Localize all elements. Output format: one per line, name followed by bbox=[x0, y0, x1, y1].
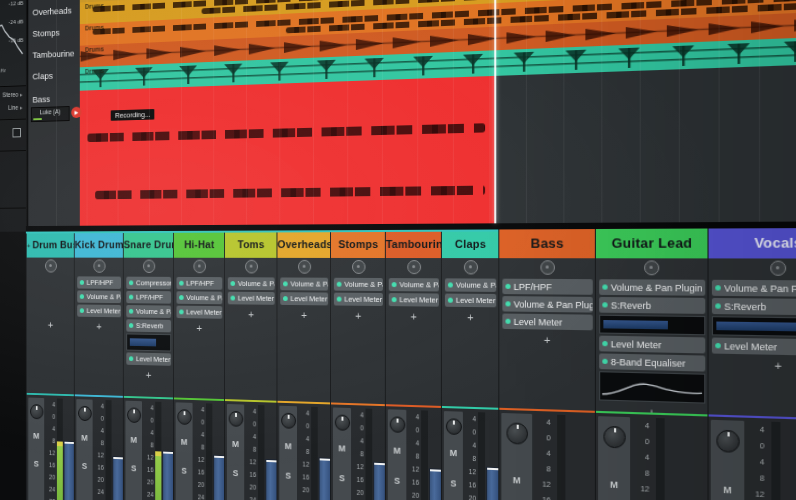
insert-active-led[interactable] bbox=[283, 296, 288, 301]
insert-slot[interactable]: Level Meter bbox=[502, 314, 592, 331]
insert-slot[interactable]: Volume & Pan Plugin bbox=[389, 278, 439, 291]
channel-header[interactable]: +Drum Bus bbox=[27, 231, 75, 257]
pan-knob[interactable] bbox=[390, 416, 406, 433]
insert-active-led[interactable] bbox=[602, 284, 607, 289]
insert-slot[interactable]: Volume & Pan Plugin bbox=[280, 277, 328, 290]
insert-slot[interactable]: S:Reverb bbox=[712, 298, 796, 316]
monitor-checkbox[interactable] bbox=[13, 128, 21, 137]
insert-slot[interactable]: Level Meter bbox=[712, 338, 796, 357]
insert-active-led[interactable] bbox=[448, 282, 453, 287]
pan-knob[interactable] bbox=[78, 406, 92, 422]
add-insert-button[interactable]: + bbox=[75, 320, 124, 332]
solo-button[interactable]: S bbox=[388, 475, 407, 486]
mute-button[interactable]: M bbox=[501, 474, 532, 486]
insert-active-led[interactable] bbox=[715, 303, 721, 308]
insert-slot[interactable]: Volume & Pan Plugin bbox=[77, 290, 121, 303]
insert-active-led[interactable] bbox=[505, 319, 510, 324]
insert-slot[interactable]: LPF/HPF bbox=[176, 277, 222, 290]
pan-knob[interactable] bbox=[716, 430, 739, 453]
mute-button[interactable]: M bbox=[333, 443, 351, 454]
solo-button[interactable]: S bbox=[125, 463, 142, 473]
insert-active-led[interactable] bbox=[129, 295, 133, 300]
insert-slot[interactable]: Level Meter bbox=[599, 336, 705, 354]
insert-active-led[interactable] bbox=[448, 298, 453, 303]
mute-button[interactable]: M bbox=[28, 431, 44, 441]
channel-header[interactable]: Claps bbox=[442, 229, 499, 258]
pan-knob[interactable] bbox=[127, 407, 141, 423]
insert-active-led[interactable] bbox=[337, 282, 342, 287]
channel-mode-icon[interactable] bbox=[644, 260, 659, 275]
insert-slot[interactable]: Volume & Pan Plugin bbox=[712, 280, 796, 297]
insert-active-led[interactable] bbox=[602, 359, 607, 364]
pan-knob[interactable] bbox=[446, 418, 462, 435]
insert-slot[interactable]: LPF/HPF bbox=[502, 279, 592, 295]
channel-mode-icon[interactable] bbox=[193, 260, 206, 274]
channel-mode-icon[interactable] bbox=[463, 260, 477, 274]
pan-knob[interactable] bbox=[177, 409, 191, 425]
insert-slot[interactable]: 8-Band Equaliser bbox=[599, 353, 705, 371]
instrument-slot[interactable]: Luke (A) bbox=[31, 106, 70, 122]
insert-slot[interactable]: Volume & Pan Plugin bbox=[176, 291, 222, 304]
channel-header[interactable]: Tambourine bbox=[386, 230, 442, 258]
solo-button[interactable]: S bbox=[176, 466, 193, 476]
mute-button[interactable]: M bbox=[444, 448, 463, 459]
insert-active-led[interactable] bbox=[505, 284, 510, 289]
solo-button[interactable]: S bbox=[227, 468, 244, 479]
insert-slot[interactable]: LPF/HPF bbox=[126, 291, 171, 304]
track-header-tambourine[interactable]: Tambourine bbox=[26, 46, 80, 70]
insert-active-led[interactable] bbox=[179, 295, 183, 300]
solo-button[interactable]: S bbox=[28, 459, 44, 469]
channel-mode-icon[interactable] bbox=[352, 260, 365, 274]
add-insert-button[interactable]: + bbox=[386, 310, 442, 323]
add-insert-button[interactable]: + bbox=[331, 309, 386, 322]
insert-active-led[interactable] bbox=[129, 309, 133, 314]
expand-icon[interactable]: + bbox=[27, 242, 31, 250]
insert-active-led[interactable] bbox=[80, 280, 84, 285]
add-insert-button[interactable]: + bbox=[27, 319, 75, 331]
insert-slot[interactable]: Volume & Pan Plugin bbox=[502, 296, 592, 312]
insert-active-led[interactable] bbox=[80, 294, 84, 299]
solo-button[interactable]: S bbox=[333, 473, 351, 484]
insert-slot[interactable]: LPF/HPF bbox=[77, 276, 121, 289]
mute-button[interactable]: M bbox=[125, 435, 142, 445]
insert-slot[interactable]: Volume & Pan Plugin bbox=[334, 278, 383, 291]
mute-button[interactable]: M bbox=[176, 437, 193, 447]
insert-active-led[interactable] bbox=[129, 323, 133, 328]
channel-mode-icon[interactable] bbox=[245, 260, 258, 274]
track-header-bass[interactable]: Bass Luke (A) ▶ bbox=[26, 91, 80, 226]
mute-button[interactable]: M bbox=[711, 484, 744, 496]
channel-header[interactable]: Snare Drum bbox=[124, 231, 174, 258]
insert-slot[interactable]: Volume & Pan Plugin bbox=[126, 305, 171, 318]
pan-knob[interactable] bbox=[335, 414, 350, 430]
insert-slot[interactable]: Volume & Pan Plugin bbox=[599, 279, 705, 296]
pan-knob[interactable] bbox=[229, 411, 244, 427]
pan-knob[interactable] bbox=[30, 404, 43, 419]
insert-slot[interactable]: S:Reverb bbox=[126, 319, 171, 332]
insert-active-led[interactable] bbox=[715, 343, 721, 348]
insert-slot[interactable]: Level Meter bbox=[77, 304, 121, 317]
mute-button[interactable]: M bbox=[388, 445, 407, 456]
channel-mode-icon[interactable] bbox=[45, 259, 57, 272]
channel-mode-icon[interactable] bbox=[540, 260, 555, 275]
channel-header[interactable]: Guitar Lead bbox=[596, 228, 709, 258]
mute-button[interactable]: M bbox=[76, 433, 92, 443]
insert-slot[interactable]: Level Meter bbox=[176, 306, 222, 319]
insert-active-led[interactable] bbox=[602, 302, 607, 307]
channel-mode-icon[interactable] bbox=[298, 260, 311, 274]
pan-knob[interactable] bbox=[281, 413, 296, 429]
insert-active-led[interactable] bbox=[392, 282, 397, 287]
track-header-stomps[interactable]: Stomps bbox=[26, 24, 80, 48]
insert-active-led[interactable] bbox=[715, 285, 721, 290]
add-insert-button[interactable]: + bbox=[174, 322, 225, 334]
insert-slot[interactable]: Level Meter bbox=[334, 293, 383, 306]
insert-active-led[interactable] bbox=[231, 296, 236, 301]
add-insert-button[interactable]: + bbox=[124, 368, 174, 381]
insert-active-led[interactable] bbox=[505, 301, 510, 306]
channel-header[interactable]: Overheads bbox=[277, 230, 331, 258]
add-insert-button[interactable]: + bbox=[442, 311, 499, 324]
track-header-claps[interactable]: Claps bbox=[26, 67, 80, 92]
insert-active-led[interactable] bbox=[602, 341, 607, 346]
insert-slot[interactable]: Volume & Pan Plugin bbox=[228, 277, 275, 290]
channel-mode-icon[interactable] bbox=[142, 260, 154, 273]
solo-button[interactable]: S bbox=[76, 461, 92, 471]
